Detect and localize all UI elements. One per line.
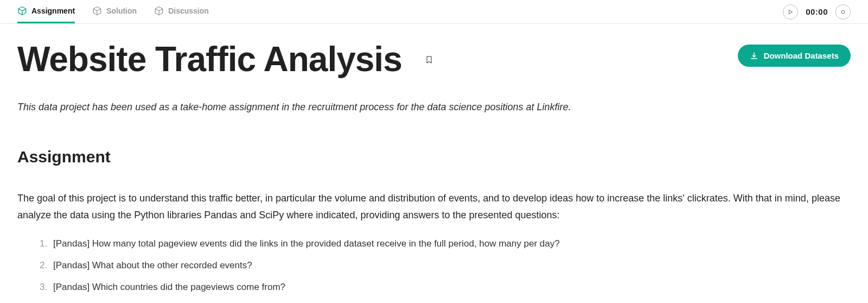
download-label: Download Datasets: [764, 51, 839, 60]
cube-icon: [154, 6, 164, 16]
stop-icon: [840, 9, 846, 15]
tab-solution[interactable]: Solution: [92, 0, 137, 23]
tab-discussion[interactable]: Discussion: [154, 0, 209, 23]
tab-label: Solution: [106, 7, 137, 15]
tab-label: Discussion: [168, 7, 209, 15]
bookmark-button[interactable]: [424, 53, 435, 66]
cube-icon: [17, 6, 27, 16]
bookmark-icon: [425, 54, 433, 65]
title-row: Website Traffic Analysis Download Datase…: [17, 41, 868, 78]
tab-bar: Assignment Solution Discussion 00:00: [0, 0, 868, 24]
cube-icon: [92, 6, 102, 16]
svg-rect-0: [842, 10, 845, 13]
intro-text: This data project has been used as a tak…: [17, 102, 868, 113]
tab-label: Assignment: [31, 7, 75, 15]
tab-assignment[interactable]: Assignment: [17, 0, 75, 23]
list-item: [Pandas] Which countries did the pagevie…: [50, 282, 868, 293]
body-text: The goal of this project is to understan…: [17, 190, 868, 223]
content-area: Website Traffic Analysis Download Datase…: [0, 24, 868, 293]
tabs-container: Assignment Solution Discussion: [17, 0, 209, 23]
timer-display: 00:00: [806, 7, 828, 16]
download-datasets-button[interactable]: Download Datasets: [738, 45, 851, 67]
play-button[interactable]: [783, 4, 798, 20]
play-icon: [787, 9, 794, 15]
timer-controls: 00:00: [783, 4, 851, 20]
questions-list: [Pandas] How many total pageview events …: [17, 238, 868, 293]
stop-button[interactable]: [835, 4, 851, 20]
page-title: Website Traffic Analysis: [17, 41, 402, 78]
section-heading: Assignment: [17, 148, 868, 166]
list-item: [Pandas] How many total pageview events …: [50, 238, 868, 249]
download-icon: [750, 52, 758, 60]
list-item: [Pandas] What about the other recorded e…: [50, 260, 868, 271]
